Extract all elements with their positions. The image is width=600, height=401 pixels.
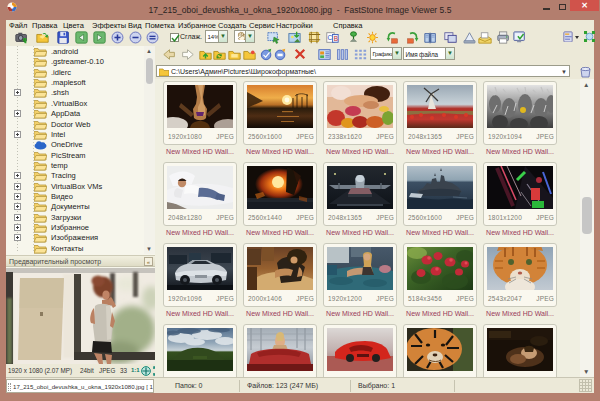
svg-text:C: C	[328, 33, 333, 40]
svg-text:B: B	[334, 34, 339, 41]
